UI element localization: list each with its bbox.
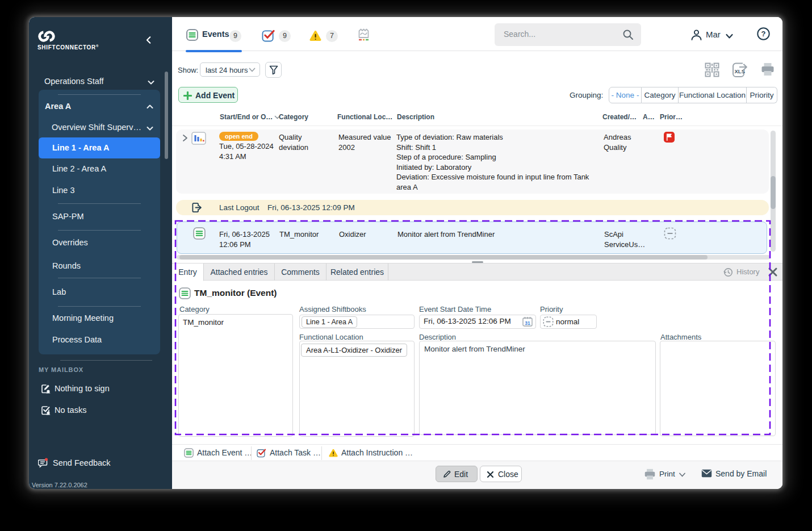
show-range-select[interactable]: last 24 hours: [200, 62, 260, 77]
tab-related-entries[interactable]: Related entries: [327, 264, 388, 281]
tasks-check-icon: [41, 408, 51, 417]
grouping-option-none[interactable]: - None -: [609, 87, 642, 103]
events-count-badge: 9: [229, 30, 241, 42]
expand-chevron-icon[interactable]: [182, 134, 189, 142]
search-icon[interactable]: [622, 29, 634, 43]
chart-icon: [191, 132, 206, 145]
sidebar-scrollbar[interactable]: [165, 72, 168, 159]
column-category[interactable]: Category: [279, 113, 308, 121]
close-x-icon: [487, 471, 494, 478]
filter-button[interactable]: [265, 62, 282, 78]
tasks-count-badge: 9: [279, 30, 291, 42]
sidebar-item-no-tasks[interactable]: No tasks: [41, 405, 51, 417]
grouping-option-priority[interactable]: Priority: [747, 87, 777, 103]
sidebar-item-line3[interactable]: Line 3: [52, 186, 75, 195]
user-menu-chevron-icon[interactable]: [725, 32, 734, 42]
column-priority[interactable]: Prior…: [660, 113, 683, 121]
sidebar-item-overview-shift-supervisor[interactable]: Overview Shift Superv…: [52, 123, 141, 132]
mailbox-section-title: MY MAILBOX: [39, 366, 83, 373]
category-label: Category: [179, 305, 210, 313]
svg-text:?: ?: [761, 30, 766, 38]
plant-tab-icon[interactable]: [357, 28, 371, 44]
description-field[interactable]: [419, 341, 656, 435]
sidebar-item-morning-meeting[interactable]: Morning Meeting: [52, 313, 114, 323]
qr-code-icon[interactable]: [705, 62, 719, 80]
email-icon[interactable]: [701, 469, 712, 478]
export-xls-icon[interactable]: XLS: [731, 61, 749, 81]
column-description[interactable]: Description: [397, 113, 434, 121]
sidebar-item-area-a[interactable]: Area A: [45, 102, 71, 111]
priority-label: Priority: [540, 305, 563, 313]
column-attachments[interactable]: A…: [643, 113, 655, 121]
tasks-tab-icon[interactable]: [262, 29, 275, 44]
separator: [58, 306, 141, 307]
column-start-end[interactable]: Start/End or O…: [220, 113, 273, 121]
functional-location-chip[interactable]: Area A-L1-Oxidizer - Oxidizer: [301, 344, 407, 357]
print-icon[interactable]: [644, 469, 656, 480]
row-functional-location: Oxidizer: [339, 229, 396, 240]
show-label: Show:: [178, 66, 198, 74]
calendar-icon[interactable]: 31: [522, 316, 533, 329]
row-description: Monitor alert from TrendMiner: [397, 229, 591, 240]
warnings-tab-icon[interactable]: [309, 30, 322, 44]
svg-text:31: 31: [525, 320, 530, 326]
user-icon[interactable]: [690, 28, 703, 44]
event-row-quality-deviation[interactable]: open end Tue, 05-28-20244:31 AM Quality …: [176, 129, 769, 194]
sidebar-item-line1-area-a[interactable]: Line 1 - Area A: [39, 137, 160, 158]
sign-document-icon: [41, 386, 51, 395]
send-feedback-button[interactable]: Send Feedback: [38, 458, 48, 470]
sidebar-item-line2-area-a[interactable]: Line 2 - Area A: [52, 164, 106, 173]
grouping-option-category[interactable]: Category: [642, 87, 679, 103]
sidebar-item-sap-pm[interactable]: SAP-PM: [52, 212, 84, 221]
logout-icon: [191, 202, 202, 213]
assigned-shiftbooks-label: Assigned Shiftbooks: [299, 305, 366, 313]
add-event-button[interactable]: Add Event: [178, 87, 238, 103]
history-icon[interactable]: [723, 267, 733, 277]
horizontal-scrollbar-thumb[interactable]: [179, 255, 708, 260]
close-button[interactable]: Close: [480, 466, 522, 482]
column-functional-location[interactable]: Functional Loc…: [337, 113, 392, 121]
task-check-icon: [257, 448, 266, 458]
tab-events[interactable]: Events: [202, 30, 229, 39]
table-header: Start/End or O… Category Functional Loc……: [172, 108, 782, 126]
sidebar-item-process-data[interactable]: Process Data: [52, 335, 102, 344]
active-tab-underline: [186, 50, 242, 52]
tab-comments[interactable]: Comments: [275, 264, 327, 281]
shiftbook-chip[interactable]: Line 1 - Area A: [302, 316, 357, 328]
sidebar-item-overrides[interactable]: Overrides: [52, 238, 88, 247]
history-button[interactable]: History: [736, 267, 759, 276]
help-icon[interactable]: ?: [756, 27, 771, 43]
panel-footer: Edit Close Print Send by Email: [172, 461, 782, 489]
send-by-email-button[interactable]: Send by Email: [715, 469, 767, 478]
sidebar-item-lab[interactable]: Lab: [52, 287, 66, 296]
last-logout-row[interactable]: Last Logout Fri, 06-13-2025 12:09 PM: [176, 200, 769, 215]
vertical-scrollbar-thumb[interactable]: [771, 176, 776, 209]
print-chevron-icon[interactable]: [679, 472, 686, 478]
sidebar-item-rounds[interactable]: Rounds: [52, 261, 81, 270]
search-placeholder: Search...: [504, 30, 535, 39]
print-button[interactable]: Print: [659, 470, 675, 478]
sidebar-collapse-icon[interactable]: [144, 35, 158, 49]
event-type-icon: [179, 287, 191, 299]
select-chevron-icon: [249, 68, 256, 73]
column-created[interactable]: Created/…: [602, 113, 637, 121]
event-row-tm-monitor-selected[interactable]: Fri, 06-13-202512:06 PM TM_monitor Oxidi…: [177, 221, 767, 254]
tab-entry[interactable]: Entry: [172, 264, 204, 281]
attachments-field[interactable]: [660, 341, 776, 436]
close-panel-icon[interactable]: [768, 267, 778, 277]
tab-attached-entries[interactable]: Attached entries: [204, 264, 275, 281]
chevron-down-icon[interactable]: [146, 124, 154, 132]
edit-button[interactable]: Edit: [436, 466, 478, 482]
grouping-option-functional-location[interactable]: Functional Location: [679, 87, 747, 103]
sidebar-group-area-a: Area A Overview Shift Superv… Line 1 - A…: [39, 90, 160, 354]
separator: [58, 203, 141, 204]
category-field[interactable]: [178, 314, 293, 437]
chevron-up-icon[interactable]: [146, 103, 154, 111]
priority-normal-icon: [543, 316, 554, 327]
user-name[interactable]: Mar: [706, 30, 721, 39]
functional-location-label: Functional Location: [299, 333, 363, 341]
chevron-down-icon: [147, 78, 155, 86]
warnings-count-badge: 7: [326, 30, 338, 42]
sidebar-item-nothing-to-sign[interactable]: Nothing to sign: [41, 384, 51, 395]
print-icon[interactable]: [761, 62, 775, 78]
